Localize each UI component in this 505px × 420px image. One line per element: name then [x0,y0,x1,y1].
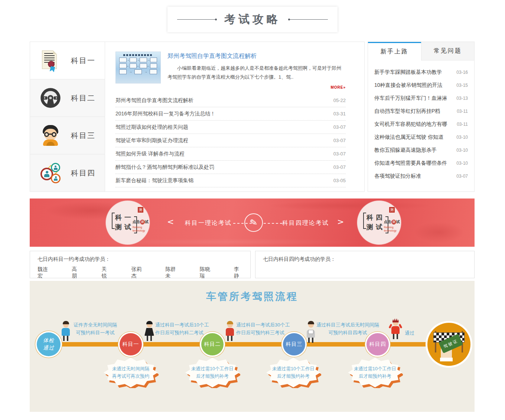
news-date: 03-11 [457,122,468,127]
news-row[interactable]: 新手学车踩脚踏板基本功教学03-16 [374,66,468,79]
article-date: 05-22 [333,98,346,103]
badge-subtext: Refiningtechnology [133,226,150,232]
sidebar-item-label: 科目一 [71,56,95,66]
article-row[interactable]: 新车磨合秘籍：驾驶注意事项集锦03-05 [115,174,346,187]
article-date: 03-07 [333,151,346,157]
news-date: 03-15 [456,83,468,88]
article-title: 2016年郑州驾校科目一复习备考方法总结！ [115,111,215,117]
news-row[interactable]: 各项驾驶证扣分标准03-07 [374,170,468,183]
article-title: 新车磨合秘籍：驾驶注意事项集锦 [115,177,193,184]
person-reading-icon [304,322,317,342]
news-title: 停车后千万别猛开车门！血淋淋 [374,95,447,102]
student-name: 魏连宏 [38,266,51,279]
success-box-title: 七日内科目一约考成功的学员： [38,256,243,263]
news-title: 你知道考驾照需要具备哪些条件 [374,160,447,167]
news-row[interactable]: 自动挡车型等红灯别再挂P档03-11 [374,105,468,118]
badge-subtext: Refiningtechnology [384,226,401,232]
sidebar-item-label: 科目四 [71,168,95,178]
success-name-list: 魏连宏 高朋 关锐 张莉杰 陈群未 陈晓瑞 李静 [38,266,243,279]
subject4-test-badge[interactable]: 科四 测试 测 点击测试 Refiningtechnology [357,201,401,245]
article-title: 驾照如何升级 详解条件与流程 [115,151,185,157]
article-title: 郑州考驾照自学直考图文流程解析 [115,97,193,104]
featured-excerpt: 小编眼看暑期临近，越来越多的人是不是都准备趁此考驾照啊，可是对于郑州考驾照学车的… [167,64,346,82]
tab-newbie[interactable]: 新手上路 [368,42,421,60]
person-blue-icon [59,322,72,342]
article-panel: →→→ ←←← →→ 郑州考驾照自学直考图文流程解析 小编眼看暑期临近，越来越多… [105,42,364,191]
carousel-next-arrow[interactable]: > [337,218,344,226]
news-date: 03-10 [456,148,468,153]
person-red-icon [224,322,236,342]
student-name: 陈群未 [166,266,179,279]
news-date: 03-07 [456,174,468,179]
more-link[interactable]: MORE» [330,85,346,89]
header-left-rule [177,19,216,20]
news-row[interactable]: 女司机开车容易犯错的地方有哪03-11 [374,118,468,131]
exam-strategy-page: 考试攻略 科目一 [0,0,505,420]
news-row[interactable]: 停车后千万别猛开车门！血淋淋03-13 [374,92,468,105]
article-title: 醉驾指什么？酒驾与醉驾判断标准以及处罚 [115,164,214,171]
news-list: 新手学车踩脚踏板基本功教学03-16 10种直接会被吊销驾照的开法03-15 停… [368,60,474,183]
badge-stamp: 测 [138,207,143,213]
person-woman-icon [143,322,156,342]
article-title: 驾驶证年审和到期换证办理流程 [115,137,188,144]
tab-faq[interactable]: 常见问题 [421,42,475,60]
article-title: 驾照过期该如何处理的相关问题 [115,124,188,131]
article-date: 03-07 [333,164,346,170]
news-tabs: 新手上路 常见问题 [368,42,474,60]
student-name: 李静 [234,266,243,279]
sidebar-item-subject2[interactable]: 科目二 [30,79,105,117]
article-date: 03-07 [333,138,346,143]
news-row[interactable]: 这种做法也属无证驾驶 你知道03-10 [374,131,468,144]
rule-dot [288,19,290,20]
sidebar-item-subject1[interactable]: 科目一 [30,42,105,79]
article-row[interactable]: 2016年郑州驾校科目一复习备考方法总结！03-31 [115,107,346,121]
news-title: 自动挡车型等红灯别再挂P档 [374,108,440,115]
flow-note-3: 通过科目一考试后30个工作日后可预约科三考试 [236,321,290,337]
people-network-icon [40,162,61,184]
sidebar-item-subject4[interactable]: 科目四 [30,154,105,191]
news-row[interactable]: 你知道考驾照需要具备哪些条件03-10 [374,157,468,170]
news-row[interactable]: 10种直接会被吊销驾照的开法03-15 [374,79,468,92]
license-process-section: 车管所考驾照流程 体检通过 科目一 科目二 科目三 科目四 驾驶证 证件齐全无时… [30,281,475,412]
subject-sidebar: 科目一 科目二 [30,42,105,191]
flow-note-2: 通过科目一考试后10个工作日后可预约科二考试 [155,321,209,337]
header-title-block: 考试攻略 [167,7,338,32]
article-row[interactable]: 郑州考驾照自学直考图文流程解析05-22 [115,94,346,107]
section-header: 考试攻略 [0,7,505,32]
driver-avatar-icon [40,125,61,146]
page-title: 考试攻略 [224,12,281,27]
flow-note-4: 通过科目三考试后无时间间隔可预约科目四考试 [316,321,379,337]
news-date: 03-11 [457,109,468,114]
carousel-prev-arrow[interactable]: < [167,218,174,226]
article-date: 03-07 [333,124,346,130]
article-list: 郑州考驾照自学直考图文流程解析05-22 2016年郑州驾校科目一复习备考方法总… [115,94,346,187]
retry-bubble-subject1: 未通过无时间间隔再考试可再次预约 [103,357,159,388]
student-name: 陈晓瑞 [200,266,213,279]
sidebar-item-subject3[interactable]: 科目三 [30,117,105,154]
featured-title-link[interactable]: 郑州考驾照自学直考图文流程解析 [167,52,346,60]
article-row[interactable]: 醉驾指什么？酒驾与醉驾判断标准以及处罚03-07 [115,161,346,174]
header-right-rule [289,19,328,20]
pencil-icon: ✎ [244,213,263,232]
news-row[interactable]: 教你五招躲避高速隐形杀手03-10 [374,144,468,157]
article-row[interactable]: 驾驶证年审和到期换证办理流程03-07 [115,134,346,147]
featured-body: 郑州考驾照自学直考图文流程解析 小编眼看暑期临近，越来越多的人是不是都准备趁此考… [167,52,346,90]
badge-stamp: 测 [389,207,395,213]
featured-article: →→→ ←←← →→ 郑州考驾照自学直考图文流程解析 小编眼看暑期临近，越来越多… [115,52,346,90]
article-date: 03-31 [333,111,346,117]
step-subject1: 科目一 [120,333,142,355]
student-name: 张莉杰 [131,266,144,279]
flow-title: 车管所考驾照流程 [30,290,475,303]
news-date: 03-16 [456,70,468,75]
news-title: 10种直接会被吊销驾照的开法 [374,82,443,89]
featured-thumbnail[interactable]: →→→ ←←← →→ [115,52,161,83]
step-medical-check: 体检通过 [37,332,61,356]
retry-bubble-subject4: 未通过需10个工作日后才能预约补考 [347,357,403,388]
article-row[interactable]: 驾照过期该如何处理的相关问题03-07 [115,121,346,134]
news-title: 这种做法也属无证驾驶 你知道 [374,134,443,141]
subject1-test-badge[interactable]: 科一 测试 测 点击测试 Refiningtechnology [106,201,150,245]
news-title: 教你五招躲避高速隐形杀手 [374,147,437,154]
sidebar-item-label: 科目三 [71,131,95,141]
article-row[interactable]: 驾照如何升级 详解条件与流程03-07 [115,147,346,161]
dashed-connector [264,223,282,224]
